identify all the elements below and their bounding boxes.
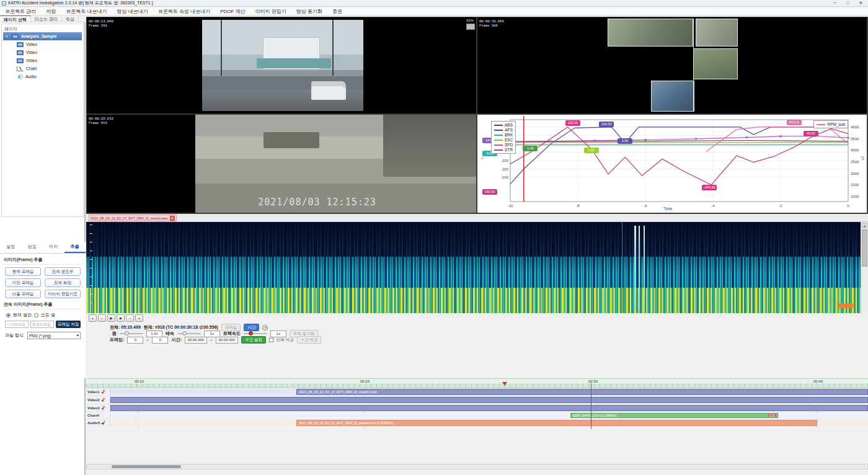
svg-text:0: 0 <box>847 204 849 208</box>
end-frame-input[interactable]: 종료프레임 <box>30 321 54 328</box>
file-format-select[interactable]: PNG (*.png) ▾ <box>27 332 81 339</box>
tab-properties[interactable]: 속성 <box>62 16 79 22</box>
speaker-icon[interactable] <box>101 421 105 425</box>
minimize-button[interactable]: ─ <box>829 0 841 6</box>
step-back-button[interactable]: ‹ <box>98 314 106 322</box>
close-button[interactable]: ✕ <box>855 0 867 6</box>
track-chart4: EDR_DATA_CSV [1.13953x] 0.5x Chart4 <box>86 412 868 419</box>
tree-item-video3[interactable]: Video <box>3 56 82 64</box>
audio-icon <box>17 74 23 79</box>
title-bar: KATRI Accident Investigation 2.3.14 @[ 현… <box>0 0 868 7</box>
clip-video2[interactable] <box>110 397 868 403</box>
tree-item-chart[interactable]: Chart <box>3 64 82 73</box>
tree-item-audio[interactable]: Audio <box>3 73 82 81</box>
track-header-video1[interactable]: Video1 <box>86 388 110 396</box>
tree-root-analysis-sample[interactable]: ˅ Analysis_Sample <box>3 32 82 40</box>
hscrollbar-thumb[interactable] <box>112 465 181 468</box>
clip-chart4[interactable]: EDR_DATA_CSV [1.13953x] 0.5x <box>570 413 778 418</box>
current-frame-button[interactable]: 현재 프레임 <box>5 267 41 276</box>
clip-speed-badge: 0.5x <box>768 414 776 417</box>
step-forward-button[interactable]: › <box>126 314 134 322</box>
save-frames-button[interactable]: 프레임 저장 <box>56 321 81 328</box>
whole-window-button[interactable]: 전체 윈도우 <box>45 267 81 276</box>
stop-button[interactable]: ■ <box>117 314 125 322</box>
maximize-button[interactable]: □ <box>842 0 854 6</box>
menu-save[interactable]: 저장 <box>46 8 56 15</box>
track-header-audio5[interactable]: Audio5 <box>86 419 110 427</box>
tab-extract[interactable]: 추출 <box>64 242 86 253</box>
chart-cell[interactable]: 100500-50-100-150-200-10-8-6-4-204000350… <box>477 115 867 213</box>
minimap-box[interactable] <box>466 24 475 30</box>
video-cell-quadview[interactable]: 00:00:30.666Frame 906 <box>477 17 867 113</box>
spectrogram-playhead[interactable] <box>622 222 622 313</box>
radio-current-cell-label: 현재 셀만 <box>13 312 32 318</box>
menu-project-props-export[interactable]: 프로젝트 속성 내보내기 <box>158 8 210 15</box>
clip-audio5[interactable]: 2021_08_03_12_52_17_EVT_DRV_D_viewit1.wa… <box>296 420 817 426</box>
video-cell-cctv[interactable]: 2021/08/03 12:15:23 00:00:28.632Frame 85… <box>87 115 476 213</box>
muted-speaker-icon[interactable] <box>101 406 105 410</box>
audio-spectrogram[interactable] <box>86 222 861 313</box>
frame-to-input[interactable]: 0 <box>152 337 168 344</box>
tab-edit[interactable]: 편집 <box>22 242 43 253</box>
tree-item-label: Video <box>26 50 37 55</box>
wav-file-tab[interactable]: 2021_08_03_12_52_17_EVT_DRV_D_viewit1.wa… <box>89 215 177 221</box>
loop-checkbox[interactable] <box>269 338 273 342</box>
set-range-button[interactable]: 구간 설정 <box>241 336 266 344</box>
start-frame-input[interactable]: 시작프레임 <box>5 321 29 328</box>
timeline-ruler[interactable]: 00:10 00:20 00:30 00:40 <box>86 378 868 388</box>
menu-project-export[interactable]: 프로젝트 내보내기 <box>66 8 107 15</box>
next-frame-button[interactable]: 다음 프레임 <box>5 290 41 298</box>
spectrogram-scrollbar[interactable]: ▲ ▼ <box>861 222 867 321</box>
ruler-label: 00:30 <box>588 380 598 383</box>
svg-text:-8: -8 <box>576 204 580 208</box>
tab-settings[interactable]: 설정 <box>0 242 22 253</box>
tree-item-video2[interactable]: Video <box>3 48 82 56</box>
ruler-label: 00:20 <box>360 380 370 383</box>
go-start-button[interactable]: « <box>89 314 97 322</box>
muted-speaker-icon[interactable] <box>101 390 105 394</box>
radio-all-cells[interactable] <box>34 313 38 317</box>
muted-speaker-icon[interactable] <box>101 398 105 402</box>
tree-caret-icon[interactable]: ˅ <box>6 35 9 38</box>
play-button[interactable]: ▶ <box>107 314 115 322</box>
time-to-input[interactable]: 00:00.000 <box>216 337 238 344</box>
track-header-video2[interactable]: Video2 <box>86 396 110 404</box>
timeline-hscrollbar[interactable] <box>86 464 868 469</box>
track-header-chart4[interactable]: Chart4 <box>86 412 110 419</box>
tab-resource-manage[interactable]: 리소스 관리 <box>31 16 62 22</box>
menu-video-sync[interactable]: 영상 동기화 <box>296 8 322 15</box>
tab-marker[interactable]: 마커 <box>43 242 64 253</box>
radio-current-cell[interactable] <box>6 313 11 317</box>
track-video2: Video2 <box>86 396 868 404</box>
frame-from-input[interactable]: 0 <box>127 337 143 344</box>
menu-pdof-calc[interactable]: PDOF 계산 <box>220 8 245 15</box>
tree-item-video1[interactable]: Video <box>3 40 82 48</box>
time-from-input[interactable]: 00:00.000 <box>185 337 207 344</box>
menu-bar: 프로젝트 관리 저장 프로젝트 내보내기 영상 내보내기 프로젝트 속성 내보내… <box>0 7 868 16</box>
track-speed-slider[interactable] <box>244 333 267 334</box>
range-play-button[interactable]: 구간 재생 <box>297 336 322 344</box>
clip-video1[interactable]: 2021_08_03_12_52_17_EVT_DRV_D_viewit1.mp… <box>296 389 868 395</box>
telemetry-chart: 100500-50-100-150-200-10-8-6-4-204000350… <box>477 115 867 213</box>
timeline-playhead-marker[interactable] <box>502 382 507 386</box>
to-image-editor-button[interactable]: 이미지 편집기로 <box>45 290 81 298</box>
timeline-playhead[interactable] <box>591 383 591 429</box>
close-icon[interactable]: ✕ <box>170 216 175 221</box>
scroll-up-icon[interactable]: ▲ <box>862 223 867 228</box>
track-header-video3[interactable]: Video3 <box>86 404 110 412</box>
speed-slider[interactable] <box>177 333 201 334</box>
menu-exit[interactable]: 종료 <box>332 8 342 15</box>
go-end-button[interactable]: » <box>135 314 143 322</box>
chart-x-axis-label: Time <box>663 206 672 211</box>
scrollbar-thumb[interactable] <box>862 229 867 267</box>
menu-video-export[interactable]: 영상 내보내기 <box>117 8 148 15</box>
zoom-slider[interactable] <box>120 333 143 334</box>
menu-image-editor[interactable]: 이미지 편집기 <box>255 8 286 15</box>
dashcam-video-frame <box>202 20 363 111</box>
prev-frame-button[interactable]: 이전 프레임 <box>5 278 41 287</box>
full-screen-button[interactable]: 전체 화면 <box>45 278 81 287</box>
tab-page-select[interactable]: 페이지 선택 <box>0 16 31 22</box>
menu-project-manage[interactable]: 프로젝트 관리 <box>5 8 36 15</box>
video-cell-dashcam[interactable]: 00:00:13.040Frame 391 93% <box>87 17 476 113</box>
clip-video3[interactable] <box>110 405 868 411</box>
